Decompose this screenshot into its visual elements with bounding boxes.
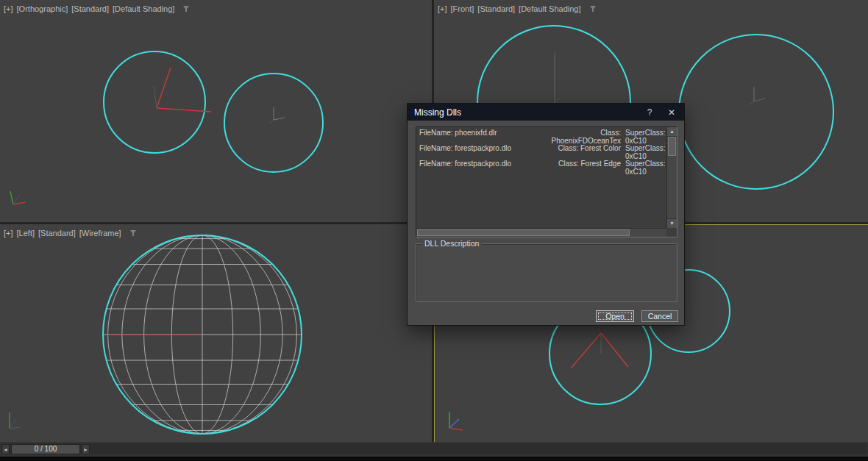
viewport-filter-icon[interactable] bbox=[129, 229, 137, 237]
viewport-menu-view[interactable]: [Orthographic] bbox=[17, 4, 68, 13]
viewport-menu-shading[interactable]: [Default Shading] bbox=[113, 4, 174, 13]
world-axis-icon bbox=[441, 407, 467, 434]
dll-list-row[interactable]: FileName: phoenixfd.dlr Class: PhoenixFD… bbox=[418, 129, 665, 145]
next-frame-icon[interactable]: ► bbox=[82, 444, 90, 454]
transform-gizmo[interactable] bbox=[136, 62, 217, 121]
3dsmax-window: [+] [Orthographic] [Standard] [Default S… bbox=[0, 0, 868, 461]
viewport-menu-plus[interactable]: [+] bbox=[4, 229, 13, 237]
dll-list-row[interactable]: FileName: forestpackpro.dlo Class: Fores… bbox=[418, 160, 665, 176]
dll-list-row[interactable]: FileName: forestpackpro.dlo Class: Fores… bbox=[418, 145, 665, 160]
dll-description-label: DLL Description bbox=[421, 239, 482, 248]
close-button[interactable]: ✕ bbox=[666, 107, 677, 118]
dll-class: Class: PhoenixFDOceanTex bbox=[534, 129, 621, 145]
dll-superclass: SuperClass: 0xC10 bbox=[625, 160, 665, 176]
viewport-menu-plus[interactable]: [+] bbox=[4, 4, 13, 13]
viewport-orthographic[interactable]: [+] [Orthographic] [Standard] [Default S… bbox=[0, 0, 432, 222]
time-slider-thumb[interactable]: 0 / 100 bbox=[11, 444, 80, 454]
previous-frame-icon[interactable]: ◄ bbox=[1, 444, 10, 454]
viewport-left[interactable]: [+] [Left] [Standard] [Wireframe] bbox=[0, 224, 432, 442]
dll-filename: FileName: forestpackpro.dlo bbox=[419, 145, 530, 160]
cancel-button[interactable]: Cancel bbox=[641, 310, 678, 322]
viewport-label-front: [+] [Front] [Standard] [Default Shading] bbox=[438, 4, 597, 13]
dll-superclass: SuperClass: 0xC10 bbox=[625, 145, 665, 160]
dll-class: Class: Forest Color bbox=[534, 145, 621, 160]
world-axis-icon bbox=[6, 185, 29, 209]
viewport-filter-icon[interactable] bbox=[589, 5, 597, 12]
status-strip bbox=[0, 457, 868, 461]
dll-list-rows: FileName: phoenixfd.dlr Class: PhoenixFD… bbox=[418, 129, 665, 226]
dll-list: FileName: phoenixfd.dlr Class: PhoenixFD… bbox=[416, 126, 677, 237]
scroll-down-icon[interactable]: ▼ bbox=[667, 218, 677, 228]
vertical-scrollbar[interactable]: ▲ ▼ bbox=[666, 127, 677, 228]
horizontal-scrollbar[interactable] bbox=[416, 228, 666, 237]
wireframe-sphere[interactable] bbox=[99, 232, 305, 437]
viewport-filter-icon[interactable] bbox=[182, 5, 190, 12]
missing-dlls-dialog: Missing Dlls ? ✕ FileName: phoenixfd.dlr… bbox=[407, 103, 685, 326]
dll-filename: FileName: phoenixfd.dlr bbox=[419, 129, 530, 145]
time-slider-bar: ◄ 0 / 100 ► bbox=[0, 442, 868, 457]
viewport-menu-shading[interactable]: [Default Shading] bbox=[519, 4, 580, 13]
help-button[interactable]: ? bbox=[644, 107, 655, 118]
viewport-label-left: [+] [Left] [Standard] [Wireframe] bbox=[4, 229, 137, 237]
sphere-object[interactable] bbox=[678, 34, 834, 190]
viewport-menu-plus[interactable]: [+] bbox=[438, 4, 447, 13]
dll-filename: FileName: forestpackpro.dlo bbox=[419, 160, 530, 176]
open-button[interactable]: Open bbox=[596, 310, 634, 322]
viewport-menu-standard[interactable]: [Standard] bbox=[71, 4, 109, 13]
viewport-menu-view[interactable]: [Front] bbox=[451, 4, 474, 13]
time-slider-track[interactable] bbox=[1, 443, 867, 454]
vertical-scroll-thumb[interactable] bbox=[668, 137, 676, 156]
viewport-label-orthographic: [+] [Orthographic] [Standard] [Default S… bbox=[4, 4, 190, 13]
dialog-titlebar[interactable]: Missing Dlls ? ✕ bbox=[408, 104, 684, 121]
axis-tripod-icon bbox=[548, 48, 563, 107]
transform-gizmo[interactable] bbox=[563, 324, 644, 376]
dll-superclass: SuperClass: 0xC10 bbox=[625, 129, 665, 145]
viewport-menu-standard[interactable]: [Standard] bbox=[477, 4, 515, 13]
dll-class: Class: Forest Edge bbox=[534, 160, 621, 176]
dll-description-groupbox: DLL Description bbox=[416, 243, 677, 302]
axis-tripod-icon bbox=[747, 81, 769, 107]
horizontal-scroll-thumb[interactable] bbox=[417, 229, 630, 236]
dialog-title: Missing Dlls bbox=[414, 107, 633, 118]
scroll-up-icon[interactable]: ▲ bbox=[667, 127, 677, 137]
world-axis-icon bbox=[3, 408, 26, 433]
viewport-menu-standard[interactable]: [Standard] bbox=[38, 229, 76, 237]
viewport-menu-shading[interactable]: [Wireframe] bbox=[79, 229, 121, 237]
viewport-menu-view[interactable]: [Left] bbox=[17, 229, 35, 237]
axis-tripod-icon bbox=[266, 103, 288, 125]
